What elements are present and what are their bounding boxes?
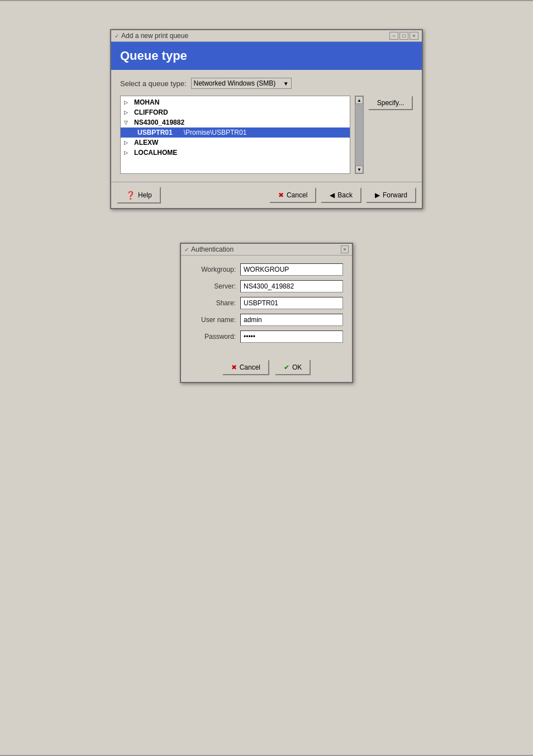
username-input[interactable] (240, 314, 343, 326)
tree-toggle-ns4300: ▽ (124, 120, 132, 125)
forward-icon (375, 191, 380, 199)
help-button[interactable]: Help (117, 187, 161, 204)
tree-item-mohan[interactable]: ▷ MOHAN (121, 97, 350, 107)
tree-item-localhome[interactable]: ▷ LOCALHOME (121, 148, 350, 158)
print-dialog-content: Select a queue type: Networked Windows (… (111, 70, 422, 182)
print-queue-dialog: ✓ Add a new print queue − □ × Queue type… (110, 29, 423, 209)
queue-select-label: Select a queue type: (120, 79, 187, 88)
auth-ok-label: OK (292, 363, 302, 371)
tree-toggle-clifford: ▷ (124, 110, 132, 115)
auth-close-button[interactable]: × (341, 245, 349, 253)
specify-column: Specify... (368, 96, 413, 174)
workgroup-label: Workgroup: (190, 266, 240, 273)
dropdown-arrow-icon: ▼ (283, 81, 289, 87)
forward-label: Forward (383, 191, 407, 199)
queue-type-selected: Networked Windows (SMB) (194, 79, 281, 87)
tree-toggle-mohan: ▷ (124, 100, 132, 105)
tree-toggle-localhome: ▷ (124, 150, 132, 155)
tree-item-ns4300[interactable]: ▽ NS4300_419882 (121, 117, 350, 127)
tree-label-ns4300: NS4300_419882 (134, 119, 184, 126)
username-label: User name: (190, 316, 240, 324)
password-row: Password: (190, 330, 343, 343)
titlebar-left: ✓ Add a new print queue (115, 32, 188, 40)
print-dialog-footer: Help Cancel Back Forward (111, 182, 422, 208)
tree-label-mohan: MOHAN (134, 98, 159, 106)
share-label: Share: (190, 299, 240, 307)
username-row: User name: (190, 314, 343, 326)
share-input[interactable] (240, 297, 343, 309)
help-label: Help (138, 191, 152, 199)
cancel-icon (278, 191, 284, 199)
queue-type-header: Queue type (111, 42, 422, 70)
help-icon (126, 191, 135, 200)
auth-footer: Cancel OK (181, 355, 352, 382)
back-button[interactable]: Back (321, 187, 361, 203)
cancel-button[interactable]: Cancel (269, 187, 316, 203)
page-wrapper: ✓ Add a new print queue − □ × Queue type… (0, 0, 533, 756)
password-input[interactable] (240, 330, 343, 343)
queue-type-title: Queue type (120, 49, 413, 63)
auth-ok-button[interactable]: OK (275, 360, 311, 375)
list-area: ▷ MOHAN ▷ CLIFFORD ▽ NS4300_419882 (120, 96, 413, 174)
queue-select-row: Select a queue type: Networked Windows (… (120, 78, 413, 89)
auth-dialog: ✓ Authentication × Workgroup: Server: Sh… (180, 243, 353, 383)
auth-content: Workgroup: Server: Share: User name: Pas… (181, 256, 352, 355)
auth-cancel-label: Cancel (240, 363, 260, 371)
maximize-button[interactable]: □ (399, 32, 408, 40)
forward-button[interactable]: Forward (366, 187, 416, 203)
minimize-button[interactable]: − (389, 32, 398, 40)
scrollbar-track[interactable] (355, 104, 363, 166)
auth-titlebar: ✓ Authentication × (181, 244, 352, 256)
tree-item-usbptr01[interactable]: USBPTR01 \Promise\USBPTR01 (121, 127, 350, 138)
server-label: Server: (190, 282, 240, 290)
server-row: Server: (190, 280, 343, 292)
server-tree-list[interactable]: ▷ MOHAN ▷ CLIFFORD ▽ NS4300_419882 (120, 96, 350, 174)
workgroup-row: Workgroup: (190, 263, 343, 276)
tree-scrollbar[interactable]: ▲ ▼ (355, 96, 364, 174)
tree-label-usbptr01: USBPTR01 (137, 129, 173, 136)
auth-ok-icon (284, 363, 289, 371)
tree-item-alexw[interactable]: ▷ ALEXW (121, 138, 350, 148)
close-button[interactable]: × (410, 32, 418, 40)
tree-label-clifford: CLIFFORD (134, 108, 168, 116)
auth-cancel-icon (231, 363, 237, 371)
auth-chevron-icon: ✓ (184, 247, 189, 253)
workgroup-input[interactable] (240, 263, 343, 276)
tree-item-clifford[interactable]: ▷ CLIFFORD (121, 107, 350, 117)
scrollbar-down-arrow[interactable]: ▼ (355, 166, 363, 173)
auth-titlebar-left: ✓ Authentication (184, 245, 234, 253)
auth-cancel-button[interactable]: Cancel (222, 360, 269, 375)
tree-toggle-alexw: ▷ (124, 140, 132, 145)
back-icon (330, 191, 335, 199)
scrollbar-up-arrow[interactable]: ▲ (355, 96, 363, 104)
cancel-label: Cancel (287, 191, 307, 199)
tree-label-localhome: LOCALHOME (134, 149, 177, 157)
specify-button[interactable]: Specify... (368, 96, 413, 110)
back-label: Back (337, 191, 353, 199)
password-label: Password: (190, 333, 240, 341)
server-input[interactable] (240, 280, 343, 292)
print-dialog-title: Add a new print queue (121, 32, 188, 40)
auth-dialog-title: Authentication (191, 245, 234, 253)
tree-path-usbptr01: \Promise\USBPTR01 (184, 129, 247, 136)
share-row: Share: (190, 297, 343, 309)
titlebar-chevron-icon: ✓ (115, 33, 119, 39)
tree-label-alexw: ALEXW (134, 139, 158, 147)
print-dialog-titlebar: ✓ Add a new print queue − □ × (111, 30, 422, 42)
titlebar-controls: − □ × (389, 32, 418, 40)
queue-type-dropdown[interactable]: Networked Windows (SMB) ▼ (191, 78, 292, 89)
